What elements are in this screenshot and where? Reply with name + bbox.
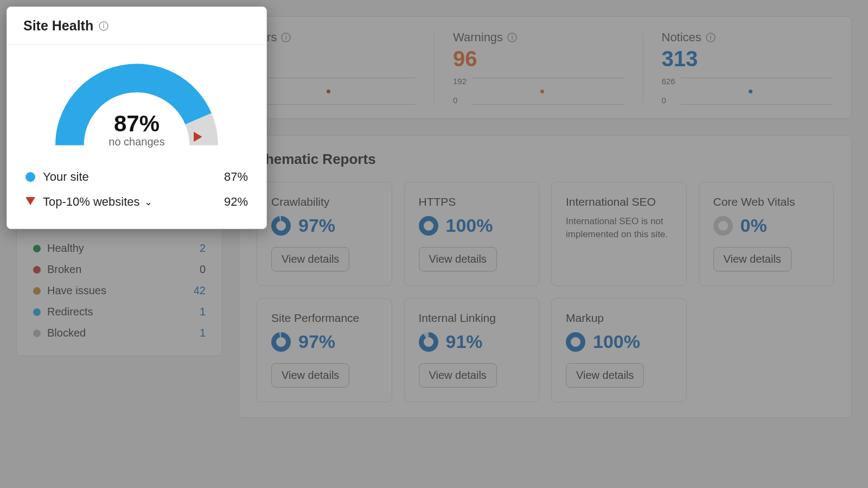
view-details-button[interactable]: View details xyxy=(271,363,349,388)
warnings-sparkline: 192 0 xyxy=(453,77,624,105)
card-percent: 91% xyxy=(446,331,483,352)
info-icon[interactable]: i xyxy=(706,33,716,42)
site-health-legend-row[interactable]: Top-10% websites⌄92% xyxy=(25,189,248,214)
legend-swatch xyxy=(33,266,41,274)
notices-dot xyxy=(749,90,752,93)
donut-icon xyxy=(713,216,733,236)
notices-tick-hi: 626 xyxy=(662,77,675,86)
gauge-sub: no changes xyxy=(50,136,224,148)
notices-sparkline: 626 0 xyxy=(662,77,833,105)
thematic-reports-panel: Thematic Reports Crawlability97%View det… xyxy=(239,135,852,418)
legend-label: Top-10% websites xyxy=(43,195,140,209)
legend-label: Healthy xyxy=(47,242,189,255)
legend-swatch xyxy=(33,287,41,295)
thematic-card: International SEOInternational SEO is no… xyxy=(551,182,687,286)
card-percent: 100% xyxy=(446,215,493,236)
donut-icon xyxy=(566,332,585,352)
crawled-legend-row[interactable]: Have issues42 xyxy=(33,284,206,297)
view-details-button[interactable]: View details xyxy=(566,363,644,388)
notices-label: Notices xyxy=(662,30,701,45)
site-health-legend: Your site87%Top-10% websites⌄92% xyxy=(7,159,266,214)
info-icon[interactable]: i xyxy=(99,21,108,31)
crawled-legend: Healthy2Broken0Have issues42Redirects1Bl… xyxy=(33,242,206,339)
crawled-legend-row[interactable]: Broken0 xyxy=(33,263,206,276)
legend-label: Redirects xyxy=(47,306,189,318)
thematic-title: Thematic Reports xyxy=(257,151,834,168)
thematic-card: Site Performance97%View details xyxy=(257,298,392,402)
legend-name: Your site xyxy=(43,170,224,184)
card-title: Core Web Vitals xyxy=(713,195,820,208)
legend-value: 0 xyxy=(189,263,206,276)
legend-value[interactable]: 1 xyxy=(189,327,206,339)
card-title: HTTPS xyxy=(419,195,525,208)
donut-icon xyxy=(419,216,438,236)
crawled-legend-row[interactable]: Healthy2 xyxy=(33,242,206,255)
thematic-card: Markup100%View details xyxy=(551,298,687,402)
legend-value: 87% xyxy=(224,170,248,184)
legend-label: Your site xyxy=(43,170,89,184)
legend-name: Top-10% websites⌄ xyxy=(43,195,224,209)
crawled-legend-row[interactable]: Redirects1 xyxy=(33,306,206,318)
site-health-gauge: 87% no changes xyxy=(50,61,224,154)
notices-column[interactable]: Notices i 313 626 0 xyxy=(643,17,852,118)
donut-icon xyxy=(419,332,438,352)
thematic-card: Crawlability97%View details xyxy=(257,182,392,286)
gauge-percent: 87% xyxy=(50,111,224,137)
info-icon[interactable]: i xyxy=(281,33,291,42)
card-description: International SEO is not implemented on … xyxy=(566,215,672,241)
legend-value[interactable]: 42 xyxy=(189,284,206,297)
chevron-down-icon[interactable]: ⌄ xyxy=(144,196,152,208)
card-title: Markup xyxy=(566,312,672,325)
card-percent: 97% xyxy=(298,331,335,352)
card-title: International SEO xyxy=(566,195,672,208)
circle-marker-icon xyxy=(25,172,35,182)
view-details-button[interactable]: View details xyxy=(419,247,497,271)
card-title: Internal Linking xyxy=(419,312,525,325)
triangle-marker-icon xyxy=(25,197,35,207)
warnings-tick-lo: 0 xyxy=(453,96,467,105)
legend-swatch xyxy=(33,329,41,337)
warnings-dot xyxy=(540,90,544,93)
card-title: Site Performance xyxy=(271,312,378,325)
thematic-card: Internal Linking91%View details xyxy=(404,298,540,402)
legend-label: Blocked xyxy=(47,327,189,339)
warnings-column[interactable]: Warnings i 96 192 0 xyxy=(434,17,643,118)
legend-value: 92% xyxy=(224,195,248,209)
legend-swatch xyxy=(33,245,41,252)
site-health-legend-row: Your site87% xyxy=(25,164,248,189)
notices-tick-lo: 0 xyxy=(662,96,675,105)
site-health-popover: Site Health i 87% no changes Your site87… xyxy=(7,7,267,229)
card-percent: 0% xyxy=(741,215,767,236)
info-icon[interactable]: i xyxy=(507,33,517,42)
donut-icon xyxy=(271,332,291,352)
legend-label: Have issues xyxy=(47,284,189,297)
card-title: Crawlability xyxy=(271,195,378,208)
view-details-button[interactable]: View details xyxy=(713,247,792,271)
view-details-button[interactable]: View details xyxy=(419,363,497,388)
legend-value[interactable]: 1 xyxy=(189,306,206,318)
errors-value: 2 xyxy=(245,47,416,71)
view-details-button[interactable]: View details xyxy=(271,247,349,271)
card-percent: 100% xyxy=(593,331,640,352)
errors-sparkline: 4 0 xyxy=(245,77,416,105)
notices-value: 313 xyxy=(662,47,833,71)
site-health-header: Site Health i xyxy=(7,7,266,45)
donut-icon xyxy=(271,216,291,236)
legend-value[interactable]: 2 xyxy=(189,242,206,255)
thematic-cards-grid: Crawlability97%View detailsHTTPS100%View… xyxy=(257,182,834,402)
legend-label: Broken xyxy=(47,263,189,276)
card-percent: 97% xyxy=(298,215,335,236)
thematic-card: Core Web Vitals0%View details xyxy=(699,182,834,286)
warnings-label: Warnings xyxy=(453,30,503,45)
crawled-legend-row[interactable]: Blocked1 xyxy=(33,327,206,339)
site-health-title: Site Health xyxy=(23,18,93,34)
legend-swatch xyxy=(33,308,41,316)
warnings-tick-hi: 192 xyxy=(453,77,467,86)
warnings-value: 96 xyxy=(453,47,624,71)
errors-dot xyxy=(327,90,330,93)
thematic-card: HTTPS100%View details xyxy=(404,182,540,286)
